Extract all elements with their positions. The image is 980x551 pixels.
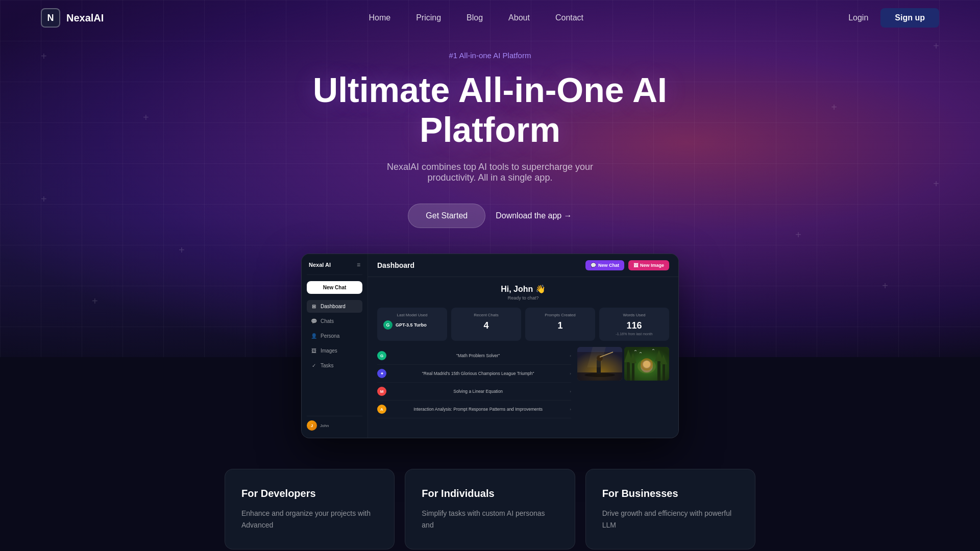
- hero-title: Ultimate All-in-One AI Platform: [0, 70, 980, 149]
- hero-subtitle: NexalAI combines top AI tools to superch…: [362, 162, 618, 183]
- model-display: G GPT-3.5 Turbo: [383, 320, 441, 330]
- gallery-image-forest: [624, 347, 669, 381]
- signup-button[interactable]: Sign up: [880, 8, 939, 28]
- forest-image: [624, 347, 669, 381]
- images-icon: 🖼: [311, 348, 317, 354]
- chat-avatar: M: [377, 387, 386, 396]
- chat-avatar: ✦: [377, 369, 386, 378]
- sidebar-item-tasks[interactable]: ✓ Tasks: [307, 359, 362, 372]
- image-icon: 🖼: [633, 263, 638, 268]
- feature-card-individuals: For Individuals Simplify tasks with cust…: [405, 469, 575, 549]
- stat-last-model: Last Model Used G GPT-3.5 Turbo: [377, 308, 447, 341]
- stat-prompts: Prompts Created 1: [525, 308, 595, 341]
- feature-desc-developers: Enhance and organize your projects with …: [241, 508, 378, 531]
- chats-icon: 💬: [311, 318, 317, 324]
- list-item[interactable]: M Solving a Linear Equation ›: [377, 383, 571, 400]
- gallery-image-samurai: [577, 347, 622, 381]
- svg-rect-13: [657, 358, 660, 381]
- list-item[interactable]: G "Math Problem Solver" ›: [377, 347, 571, 365]
- get-started-button[interactable]: Get Started: [408, 204, 485, 228]
- hero-buttons: Get Started Download the app →: [0, 204, 980, 228]
- mockup-header: Dashboard 💬 New Chat 🖼 New Image: [368, 254, 678, 277]
- chat-list: G "Math Problem Solver" › ✦ "Real Madrid…: [377, 347, 571, 418]
- navbar: N NexalAI Home Pricing Blog About Contac…: [0, 0, 980, 36]
- chat-avatar: G: [377, 351, 386, 360]
- download-app-button[interactable]: Download the app →: [496, 211, 572, 220]
- logo[interactable]: N NexalAI: [41, 8, 104, 28]
- feature-title-individuals: For Individuals: [422, 488, 558, 499]
- header-actions: 💬 New Chat 🖼 New Image: [585, 260, 669, 270]
- stats-row: Last Model Used G GPT-3.5 Turbo Recent C…: [377, 308, 669, 341]
- nav-actions: Login Sign up: [848, 8, 939, 28]
- feature-title-developers: For Developers: [241, 488, 378, 499]
- sidebar-item-chats[interactable]: 💬 Chats: [307, 315, 362, 328]
- greeting: Hi, John 👋: [377, 284, 669, 294]
- new-chat-button[interactable]: New Chat: [307, 281, 362, 294]
- image-gallery: [577, 347, 669, 418]
- header-new-image-button[interactable]: 🖼 New Image: [628, 260, 669, 270]
- header-new-chat-button[interactable]: 💬 New Chat: [585, 260, 624, 270]
- feature-card-businesses: For Businesses Drive growth and efficien…: [585, 469, 755, 549]
- chat-avatar: A: [377, 405, 386, 414]
- nav-blog[interactable]: Blog: [467, 13, 483, 22]
- nav-contact[interactable]: Contact: [555, 13, 583, 22]
- list-item[interactable]: ✦ "Real Madrid's 15th Glorious Champions…: [377, 365, 571, 383]
- feature-title-businesses: For Businesses: [602, 488, 739, 499]
- svg-rect-15: [663, 362, 665, 381]
- svg-point-21: [638, 359, 656, 373]
- hero-badge: #1 All-in-one AI Platform: [0, 51, 980, 60]
- chevron-right-icon: ›: [570, 354, 571, 358]
- logo-icon: N: [41, 8, 60, 28]
- mockup-sidebar: Nexal AI ≡ New Chat ⊞ Dashboard 💬 Chats …: [302, 254, 368, 438]
- mockup-main: Dashboard 💬 New Chat 🖼 New Image Hi, Jo: [368, 254, 678, 438]
- chevron-right-icon: ›: [570, 407, 571, 412]
- feature-desc-businesses: Drive growth and efficiency with powerfu…: [602, 508, 739, 531]
- user-name: John: [320, 423, 329, 428]
- nav-pricing[interactable]: Pricing: [416, 13, 441, 22]
- svg-rect-11: [632, 361, 634, 381]
- nav-about[interactable]: About: [508, 13, 530, 22]
- sidebar-brand: Nexal AI ≡: [307, 261, 362, 275]
- nav-links: Home Pricing Blog About Contact: [369, 13, 583, 22]
- dashboard-content: Hi, John 👋 Ready to chat? Last Model Use…: [368, 277, 678, 425]
- sidebar-item-dashboard[interactable]: ⊞ Dashboard: [307, 300, 362, 313]
- sidebar-user: J John: [307, 416, 362, 431]
- brand-name: NexalAI: [66, 12, 104, 24]
- dashboard-icon: ⊞: [311, 304, 317, 309]
- features-section: For Developers Enhance and organize your…: [184, 469, 796, 549]
- dashboard-mockup: Nexal AI ≡ New Chat ⊞ Dashboard 💬 Chats …: [301, 254, 679, 438]
- chevron-right-icon: ›: [570, 371, 571, 376]
- login-button[interactable]: Login: [848, 13, 868, 22]
- hero-section: #1 All-in-one AI Platform Ultimate All-i…: [0, 36, 980, 438]
- tasks-icon: ✓: [311, 363, 317, 368]
- chat-icon: 💬: [591, 263, 596, 268]
- stat-recent-chats: Recent Chats 4: [451, 308, 521, 341]
- samurai-image: [577, 347, 622, 381]
- menu-icon[interactable]: ≡: [357, 261, 360, 268]
- stat-words: Words Used 116 -1.16% from last month: [599, 308, 669, 341]
- dashboard-title: Dashboard: [377, 261, 414, 269]
- gpt-icon: G: [383, 320, 393, 330]
- list-item[interactable]: A Interaction Analysis: Prompt Response …: [377, 400, 571, 418]
- chevron-right-icon: ›: [570, 389, 571, 394]
- persona-icon: 👤: [311, 333, 317, 339]
- sidebar-item-persona[interactable]: 👤 Persona: [307, 330, 362, 342]
- feature-card-developers: For Developers Enhance and organize your…: [225, 469, 395, 549]
- bottom-area: G "Math Problem Solver" › ✦ "Real Madrid…: [377, 347, 669, 418]
- sidebar-item-images[interactable]: 🖼 Images: [307, 344, 362, 357]
- nav-home[interactable]: Home: [369, 13, 390, 22]
- greeting-sub: Ready to chat?: [377, 295, 669, 300]
- feature-desc-individuals: Simplify tasks with custom AI personas a…: [422, 508, 558, 531]
- user-avatar: J: [307, 420, 317, 431]
